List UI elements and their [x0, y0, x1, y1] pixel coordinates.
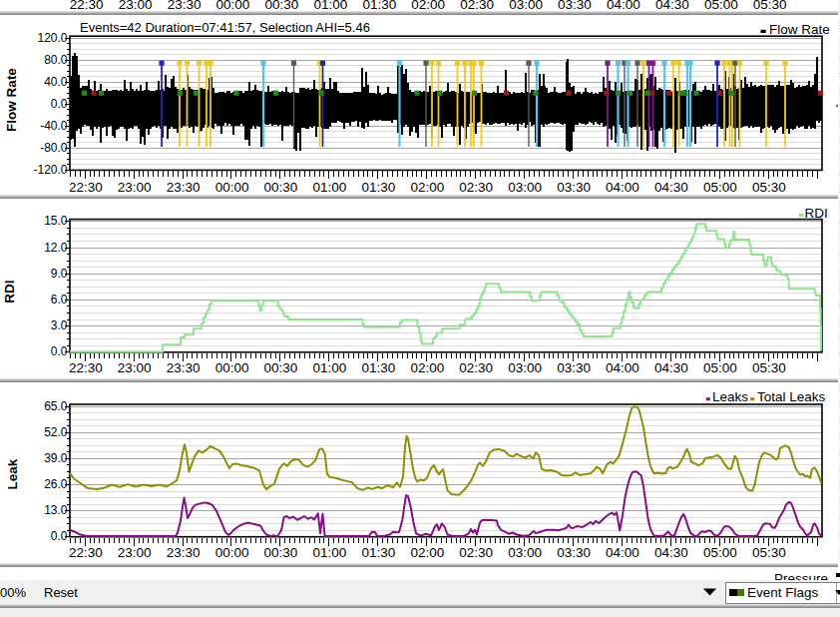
- svg-text:04:30: 04:30: [654, 545, 688, 560]
- svg-text:05:00: 05:00: [703, 360, 737, 375]
- svg-text:01:30: 01:30: [362, 180, 396, 195]
- svg-text:23:00: 23:00: [118, 180, 152, 195]
- svg-text:00:30: 00:30: [264, 180, 298, 195]
- svg-text:02:00: 02:00: [410, 360, 444, 375]
- svg-text:26.0: 26.0: [44, 477, 68, 491]
- svg-text:23:00: 23:00: [118, 360, 152, 375]
- svg-text:00:00: 00:00: [215, 180, 249, 195]
- svg-text:00:00: 00:00: [215, 545, 249, 560]
- svg-text:3.0: 3.0: [51, 318, 68, 332]
- svg-text:22:30: 22:30: [69, 360, 103, 375]
- svg-text:15.0: 15.0: [44, 214, 68, 228]
- svg-text:05:30: 05:30: [752, 545, 786, 560]
- svg-text:02:30: 02:30: [459, 545, 493, 560]
- svg-text:-80.0: -80.0: [40, 141, 68, 155]
- svg-text:Total Leaks: Total Leaks: [757, 389, 826, 404]
- svg-text:02:30: 02:30: [459, 180, 493, 195]
- svg-text:9.0: 9.0: [51, 267, 68, 281]
- svg-text:Leak: Leak: [5, 458, 20, 489]
- svg-text:-120.0: -120.0: [33, 163, 67, 177]
- svg-text:RDI: RDI: [2, 280, 17, 303]
- svg-text:02:00: 02:00: [410, 545, 444, 560]
- svg-text:13.0: 13.0: [44, 503, 68, 517]
- svg-text:0.0: 0.0: [51, 344, 68, 358]
- svg-text:03:30: 03:30: [557, 545, 591, 560]
- svg-text:00:30: 00:30: [264, 360, 298, 375]
- svg-text:03:30: 03:30: [557, 360, 591, 375]
- svg-text:0.0: 0.0: [51, 529, 68, 543]
- svg-text:05:30: 05:30: [752, 180, 786, 195]
- svg-text:23:30: 23:30: [167, 545, 201, 560]
- svg-text:52.0: 52.0: [44, 425, 68, 439]
- svg-text:-40.0: -40.0: [40, 119, 68, 133]
- svg-text:05:30: 05:30: [752, 360, 786, 375]
- svg-text:40.0: 40.0: [44, 75, 68, 89]
- svg-text:0.0: 0.0: [51, 97, 68, 111]
- svg-text:04:30: 04:30: [654, 180, 688, 195]
- svg-text:Events=42 Duration=07:41:57, S: Events=42 Duration=07:41:57, Selection A…: [80, 20, 370, 35]
- svg-text:01:00: 01:00: [313, 360, 347, 375]
- svg-text:Flow Rate: Flow Rate: [4, 68, 19, 132]
- svg-text:00:00: 00:00: [215, 360, 249, 375]
- svg-text:05:00: 05:00: [703, 545, 737, 560]
- svg-text:23:00: 23:00: [118, 545, 152, 560]
- svg-text:39.0: 39.0: [44, 451, 68, 465]
- svg-text:01:00: 01:00: [313, 545, 347, 560]
- svg-text:03:30: 03:30: [557, 180, 591, 195]
- svg-text:23:30: 23:30: [167, 360, 201, 375]
- svg-text:02:30: 02:30: [459, 360, 493, 375]
- svg-text:03:00: 03:00: [508, 545, 542, 560]
- svg-text:22:30: 22:30: [69, 180, 103, 195]
- svg-text:04:00: 04:00: [606, 180, 639, 195]
- svg-text:22:30: 22:30: [69, 545, 103, 560]
- svg-text:00:30: 00:30: [264, 545, 298, 560]
- svg-text:65.0: 65.0: [44, 399, 68, 413]
- svg-text:23:30: 23:30: [167, 180, 201, 195]
- svg-text:03:00: 03:00: [508, 360, 542, 375]
- svg-text:04:00: 04:00: [606, 360, 639, 375]
- svg-text:80.0: 80.0: [44, 53, 68, 67]
- svg-text:RDI: RDI: [805, 206, 828, 221]
- svg-text:02:00: 02:00: [410, 180, 444, 195]
- svg-text:120.0: 120.0: [37, 31, 67, 45]
- svg-text:05:00: 05:00: [703, 180, 737, 195]
- svg-text:Flow Rate: Flow Rate: [769, 22, 830, 37]
- svg-text:Leaks: Leaks: [712, 389, 748, 404]
- svg-text:01:30: 01:30: [362, 545, 396, 560]
- svg-text:12.0: 12.0: [44, 241, 68, 255]
- svg-text:04:00: 04:00: [606, 545, 639, 560]
- svg-text:04:30: 04:30: [654, 360, 688, 375]
- svg-text:6.0: 6.0: [51, 293, 68, 307]
- svg-text:01:30: 01:30: [362, 360, 396, 375]
- svg-text:01:00: 01:00: [313, 180, 347, 195]
- svg-text:03:00: 03:00: [508, 180, 542, 195]
